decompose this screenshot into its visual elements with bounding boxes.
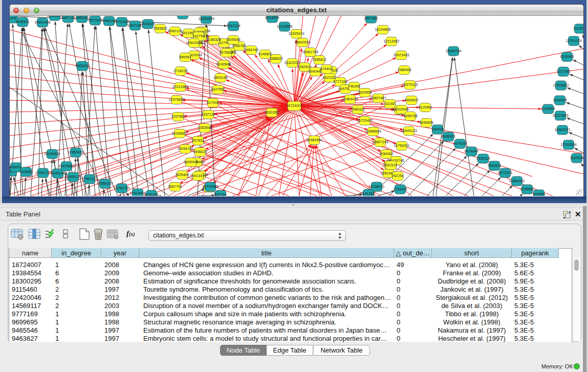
svg-text:10807487: 10807487 — [370, 96, 386, 100]
svg-text:12213369: 12213369 — [172, 85, 188, 89]
svg-text:16543382: 16543382 — [186, 41, 202, 45]
svg-text:835001: 835001 — [10, 165, 21, 169]
svg-text:15720407: 15720407 — [357, 119, 373, 122]
svg-text:1207569: 1207569 — [171, 115, 185, 118]
svg-text:5875685: 5875685 — [219, 51, 233, 54]
svg-text:1292344: 1292344 — [144, 193, 158, 196]
svg-text:9115460: 9115460 — [419, 105, 432, 109]
svg-text:7485063: 7485063 — [397, 68, 411, 72]
svg-text:1145194: 1145194 — [51, 171, 65, 175]
svg-text:8960124: 8960124 — [168, 29, 182, 33]
svg-text:1087131: 1087131 — [61, 16, 75, 19]
svg-text:9146821: 9146821 — [258, 52, 272, 56]
svg-text:10688609: 10688609 — [365, 129, 381, 133]
svg-text:18640910: 18640910 — [294, 40, 310, 44]
svg-text:13751074: 13751074 — [565, 39, 581, 42]
svg-text:7515526: 7515526 — [141, 22, 155, 26]
svg-text:19218506: 19218506 — [276, 25, 292, 28]
svg-text:10958107: 10958107 — [97, 182, 113, 185]
svg-text:15716485: 15716485 — [202, 185, 218, 188]
svg-text:1362615: 1362615 — [297, 65, 311, 69]
svg-text:7663822: 7663822 — [153, 27, 167, 30]
svg-text:9777169: 9777169 — [333, 80, 347, 83]
svg-text:1244415: 1244415 — [553, 98, 567, 102]
svg-text:10756921: 10756921 — [394, 144, 409, 147]
svg-text:12942737: 12942737 — [35, 171, 51, 174]
svg-text:1527602: 1527602 — [88, 18, 102, 22]
svg-text:9498222: 9498222 — [193, 150, 207, 154]
svg-text:8215955: 8215955 — [541, 107, 555, 111]
svg-text:16210643: 16210643 — [552, 114, 568, 117]
svg-text:16154808: 16154808 — [375, 28, 390, 31]
svg-text:1115682: 1115682 — [19, 170, 33, 173]
svg-text:3624554: 3624554 — [358, 91, 372, 94]
svg-text:1733426: 1733426 — [393, 187, 407, 191]
svg-text:989961: 989961 — [179, 55, 191, 59]
svg-text:7357224: 7357224 — [226, 24, 240, 28]
svg-text:10719185: 10719185 — [114, 20, 129, 24]
svg-text:1505546: 1505546 — [226, 38, 240, 41]
svg-text:8813054: 8813054 — [265, 16, 279, 19]
svg-text:12075692: 12075692 — [168, 98, 184, 101]
svg-text:8471676: 8471676 — [498, 171, 512, 174]
svg-text:16648784: 16648784 — [445, 49, 461, 53]
svg-text:161513: 161513 — [385, 163, 397, 167]
svg-text:10853287: 10853287 — [74, 16, 90, 19]
svg-text:6479197: 6479197 — [453, 142, 467, 145]
svg-text:18807249: 18807249 — [372, 140, 388, 144]
svg-text:1112571: 1112571 — [573, 27, 583, 30]
svg-text:7955812: 7955812 — [312, 58, 326, 61]
svg-text:3267130: 3267130 — [201, 113, 215, 116]
svg-text:2687682: 2687682 — [364, 16, 378, 20]
svg-text:16914479: 16914479 — [190, 174, 206, 178]
svg-text:7632621: 7632621 — [487, 164, 501, 167]
svg-text:15692971: 15692971 — [554, 128, 570, 132]
svg-text:16033809: 16033809 — [198, 17, 214, 20]
svg-text:9463627: 9463627 — [404, 98, 418, 102]
svg-text:10654112: 10654112 — [509, 179, 525, 183]
svg-text:62160: 62160 — [385, 102, 395, 105]
svg-text:679402: 679402 — [320, 67, 332, 71]
svg-text:17016504: 17016504 — [560, 143, 576, 146]
svg-text:20206536: 20206536 — [44, 152, 60, 156]
svg-text:12213967: 12213967 — [383, 39, 399, 43]
svg-text:9657791: 9657791 — [168, 185, 182, 188]
svg-text:8454749: 8454749 — [244, 48, 258, 52]
svg-text:2718126: 2718126 — [173, 69, 187, 73]
svg-text:8938923: 8938923 — [441, 135, 455, 138]
svg-text:16549123: 16549123 — [401, 129, 417, 133]
svg-text:7986322: 7986322 — [351, 107, 364, 111]
svg-text:19166827: 19166827 — [171, 132, 187, 135]
svg-text:12975115: 12975115 — [402, 83, 418, 86]
svg-text:18724007: 18724007 — [286, 104, 302, 107]
svg-text:1609948: 1609948 — [184, 160, 198, 164]
svg-text:8427552: 8427552 — [211, 87, 225, 91]
svg-text:12505135: 12505135 — [65, 175, 81, 179]
svg-text:9242848: 9242848 — [216, 62, 230, 66]
svg-text:252254: 252254 — [391, 174, 403, 178]
svg-text:20691406: 20691406 — [34, 20, 50, 24]
svg-text:6495758: 6495758 — [403, 114, 417, 118]
svg-text:1405: 1405 — [10, 16, 16, 20]
svg-text:12923446: 12923446 — [129, 191, 145, 195]
svg-text:141381: 141381 — [362, 192, 374, 195]
svg-text:17957223: 17957223 — [81, 177, 97, 181]
svg-text:19384554: 19384554 — [306, 138, 322, 142]
svg-text:1588520: 1588520 — [269, 57, 282, 60]
svg-text:16961758: 16961758 — [302, 50, 318, 54]
svg-text:12093822: 12093822 — [553, 83, 569, 87]
svg-text:924565: 924565 — [533, 192, 545, 196]
svg-text:9084067: 9084067 — [379, 152, 393, 156]
svg-text:1353594: 1353594 — [198, 126, 211, 129]
svg-text:1167534: 1167534 — [570, 156, 583, 160]
svg-text:157164: 157164 — [214, 193, 226, 196]
svg-text:8186328: 8186328 — [207, 38, 221, 41]
svg-text:2696768: 2696768 — [232, 44, 246, 48]
svg-text:14138141: 14138141 — [368, 185, 384, 188]
svg-text:7625402: 7625402 — [175, 173, 189, 177]
svg-text:10975887: 10975887 — [58, 164, 74, 168]
svg-text:15322037: 15322037 — [284, 61, 300, 64]
svg-text:9245652: 9245652 — [520, 187, 534, 191]
svg-text:162754: 162754 — [192, 34, 204, 38]
svg-text:17859928: 17859928 — [68, 150, 83, 154]
